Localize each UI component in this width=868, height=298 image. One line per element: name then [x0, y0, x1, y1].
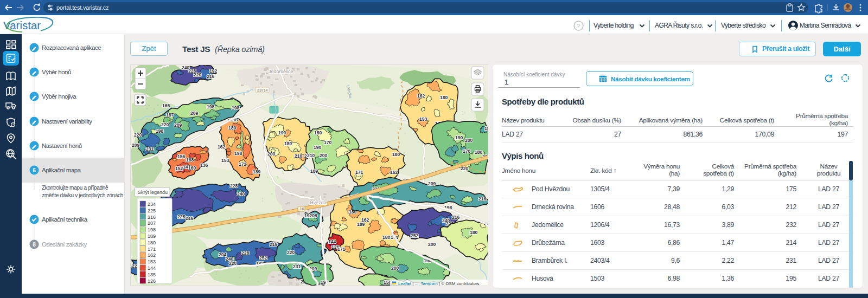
- svg-text:192: 192: [209, 68, 217, 74]
- svg-text:252: 252: [259, 255, 267, 261]
- svg-text:189: 189: [357, 222, 365, 227]
- svg-text:170: 170: [463, 148, 470, 154]
- svg-text:216: 216: [478, 196, 486, 202]
- svg-text:228: 228: [230, 183, 238, 189]
- svg-text:207: 207: [148, 221, 156, 226]
- svg-text:160: 160: [188, 165, 196, 171]
- svg-text:162: 162: [417, 93, 425, 99]
- svg-text:153: 153: [221, 158, 229, 163]
- svg-text:200: 200: [465, 138, 473, 143]
- svg-text:209: 209: [190, 111, 198, 116]
- svg-text:153: 153: [419, 116, 427, 122]
- svg-text:240: 240: [237, 191, 245, 197]
- svg-text:234: 234: [148, 202, 156, 207]
- svg-text:200: 200: [391, 265, 399, 271]
- svg-text:198: 198: [207, 104, 214, 109]
- svg-text:165: 165: [162, 103, 170, 108]
- svg-text:190: 190: [455, 135, 463, 140]
- svg-text:210: 210: [307, 153, 315, 158]
- svg-text:156: 156: [177, 154, 185, 159]
- svg-text:162: 162: [390, 170, 398, 175]
- svg-text:171: 171: [148, 247, 156, 252]
- svg-text:189: 189: [228, 125, 236, 131]
- svg-text:228: 228: [241, 250, 249, 256]
- svg-text:216: 216: [186, 216, 193, 221]
- svg-text:?: ?: [577, 23, 580, 29]
- svg-text:126: 126: [148, 278, 156, 284]
- svg-text:152: 152: [175, 166, 183, 171]
- svg-text:189: 189: [253, 169, 260, 174]
- svg-text:198: 198: [232, 105, 239, 111]
- svg-text:144: 144: [148, 265, 156, 271]
- svg-text:180: 180: [484, 126, 488, 131]
- svg-text:200: 200: [428, 242, 436, 247]
- svg-text:198: 198: [156, 128, 163, 134]
- svg-text:220: 220: [287, 250, 295, 255]
- svg-text:189: 189: [310, 169, 318, 174]
- svg-text:220: 220: [161, 122, 169, 127]
- svg-text:190: 190: [278, 130, 286, 135]
- svg-text:Skrýt legendu: Skrýt legendu: [138, 190, 168, 195]
- svg-text:Hvězda: Hvězda: [310, 200, 327, 205]
- svg-text:220: 220: [194, 72, 201, 77]
- svg-text:180: 180: [440, 95, 448, 100]
- svg-text:200: 200: [320, 153, 327, 158]
- svg-text:209: 209: [428, 181, 436, 186]
- svg-text:231: 231: [293, 264, 301, 269]
- svg-text:135: 135: [148, 272, 156, 277]
- svg-text:180: 180: [314, 130, 322, 135]
- svg-text:Jedomělice: Jedomělice: [269, 69, 293, 74]
- svg-text:144: 144: [328, 239, 336, 244]
- svg-text:231: 231: [146, 146, 154, 152]
- svg-text:187: 187: [166, 112, 174, 118]
- svg-text:198: 198: [234, 151, 242, 156]
- svg-text:171: 171: [355, 170, 363, 175]
- svg-text:216: 216: [452, 215, 459, 220]
- svg-text:180: 180: [284, 141, 292, 146]
- svg-text:180: 180: [382, 235, 390, 240]
- svg-text:220: 220: [134, 132, 142, 138]
- svg-text:8: 8: [33, 242, 36, 248]
- svg-text:171: 171: [337, 247, 345, 252]
- svg-text:228: 228: [177, 214, 185, 219]
- svg-text:portal.test.varistar.cz: portal.test.varistar.cz: [56, 4, 108, 11]
- svg-text:216: 216: [148, 215, 156, 220]
- svg-text:180: 180: [475, 150, 482, 155]
- svg-text:180: 180: [148, 240, 156, 245]
- svg-text:23714: 23714: [257, 88, 268, 92]
- svg-text:252: 252: [411, 233, 418, 238]
- svg-text:168: 168: [186, 157, 194, 163]
- svg-text:209: 209: [132, 142, 139, 148]
- svg-text:162: 162: [148, 252, 156, 258]
- svg-text:216: 216: [207, 74, 214, 79]
- svg-text:171: 171: [239, 161, 246, 167]
- svg-text:180: 180: [470, 230, 477, 235]
- svg-text:6: 6: [33, 167, 36, 173]
- svg-text:200: 200: [267, 151, 275, 157]
- svg-text:153: 153: [148, 259, 156, 264]
- svg-text:Leaflet | ..., Tangram | © OSM: Leaflet | ..., Tangram | © OSM contribut…: [398, 281, 480, 286]
- svg-text:16: 16: [300, 207, 304, 211]
- svg-text:170: 170: [324, 140, 331, 145]
- svg-text:225: 225: [148, 208, 156, 213]
- svg-text:198: 198: [148, 227, 156, 232]
- svg-text:136: 136: [200, 163, 208, 168]
- svg-text:210: 210: [295, 153, 302, 159]
- svg-text:216: 216: [270, 242, 277, 247]
- svg-text:190: 190: [314, 145, 321, 150]
- svg-text:162: 162: [218, 144, 225, 150]
- svg-text:189: 189: [148, 234, 156, 239]
- svg-text:19209: 19209: [304, 213, 317, 218]
- svg-text:209: 209: [174, 122, 182, 128]
